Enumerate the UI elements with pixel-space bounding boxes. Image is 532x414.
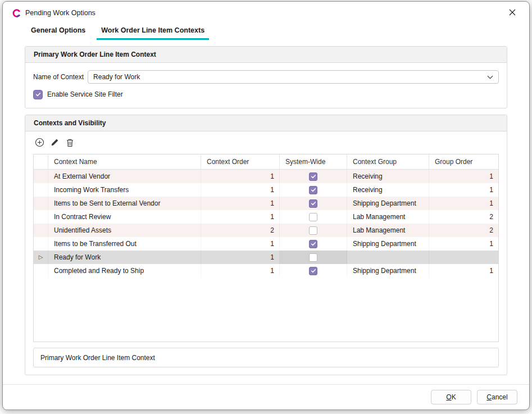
cell-group-order[interactable]: 2 xyxy=(429,224,498,237)
row-selector-cell[interactable] xyxy=(34,264,48,277)
cell-context-name[interactable]: At External Vendor xyxy=(48,170,201,183)
cell-group-order[interactable]: 2 xyxy=(429,210,498,224)
system-wide-checkbox[interactable] xyxy=(309,199,317,208)
table-row[interactable]: ▷Ready for Work1 xyxy=(34,251,498,264)
cell-context-group[interactable] xyxy=(347,251,429,264)
system-wide-checkbox[interactable] xyxy=(309,186,317,194)
system-wide-checkbox[interactable] xyxy=(309,240,317,248)
trash-icon xyxy=(66,138,74,149)
cell-group-order[interactable]: 1 xyxy=(429,170,498,183)
cell-context-name[interactable]: Unidentified Assets xyxy=(48,224,201,237)
cell-context-name[interactable]: Items to be Sent to External Vendor xyxy=(48,197,201,210)
cell-group-order[interactable]: 1 xyxy=(429,237,498,251)
cell-context-name[interactable]: Incoming Work Transfers xyxy=(48,183,201,197)
col-system-wide[interactable]: System-Wide xyxy=(280,154,347,169)
cell-system-wide[interactable] xyxy=(280,170,347,183)
cell-context-order[interactable]: 1 xyxy=(201,183,280,197)
title-bar: Pending Work Options xyxy=(3,2,529,24)
enable-service-site-filter-checkbox[interactable] xyxy=(33,90,43,99)
cell-system-wide[interactable] xyxy=(280,237,347,251)
cell-system-wide[interactable] xyxy=(280,210,347,224)
system-wide-checkbox[interactable] xyxy=(309,213,317,221)
table-row[interactable]: Unidentified Assets2Lab Management2 xyxy=(34,224,498,237)
cell-context-group[interactable]: Receiving xyxy=(347,170,429,183)
app-logo-icon xyxy=(12,9,21,17)
tab-general-options[interactable]: General Options xyxy=(26,26,90,40)
cell-context-name[interactable]: Items to be Transferred Out xyxy=(48,237,201,251)
contexts-table: Context Name Context Order System-Wide C… xyxy=(33,154,499,342)
cell-context-order[interactable]: 1 xyxy=(201,210,280,224)
name-of-context-select[interactable]: Ready for Work xyxy=(88,70,499,84)
row-selector-cell[interactable] xyxy=(34,170,48,183)
cell-context-order[interactable]: 2 xyxy=(201,224,280,237)
window-title: Pending Work Options xyxy=(25,9,96,17)
col-row-selector xyxy=(34,154,48,169)
cell-system-wide[interactable] xyxy=(280,183,347,197)
contexts-visibility-group-header: Contexts and Visibility xyxy=(25,115,507,131)
cell-context-order[interactable]: 1 xyxy=(201,170,280,183)
contexts-table-body: At External Vendor1Receiving1Incoming Wo… xyxy=(34,170,498,342)
dialog-button-row: OK Cancel xyxy=(3,384,529,410)
table-row[interactable]: In Contract Review1Lab Management2 xyxy=(34,210,498,224)
cell-system-wide[interactable] xyxy=(280,251,347,264)
cell-context-group[interactable]: Shipping Department xyxy=(347,197,429,210)
cell-group-order[interactable]: 1 xyxy=(429,197,498,210)
cell-context-group[interactable]: Receiving xyxy=(347,183,429,197)
row-selector-cell[interactable] xyxy=(34,210,48,224)
contexts-visibility-group: Contexts and Visibility xyxy=(25,115,507,375)
system-wide-checkbox[interactable] xyxy=(309,172,317,181)
table-row[interactable]: Completed and Ready to Ship1Shipping Dep… xyxy=(34,264,498,277)
cell-context-name[interactable]: In Contract Review xyxy=(48,210,201,224)
tab-bar: General Options Work Order Line Item Con… xyxy=(3,24,529,40)
table-row[interactable]: At External Vendor1Receiving1 xyxy=(34,170,498,183)
name-of-context-label: Name of Context xyxy=(33,73,84,81)
cell-context-name[interactable]: Completed and Ready to Ship xyxy=(48,264,201,277)
table-row[interactable]: Items to be Sent to External Vendor1Ship… xyxy=(34,197,498,210)
system-wide-checkbox[interactable] xyxy=(309,253,317,262)
row-selector-cell[interactable] xyxy=(34,197,48,210)
name-of-context-value: Ready for Work xyxy=(93,73,487,81)
cell-system-wide[interactable] xyxy=(280,224,347,237)
primary-context-group: Primary Work Order Line Item Context Nam… xyxy=(25,46,507,108)
cell-system-wide[interactable] xyxy=(280,264,347,277)
cell-context-order[interactable]: 1 xyxy=(201,251,280,264)
row-selector-cell[interactable] xyxy=(34,237,48,251)
cell-context-name[interactable]: Ready for Work xyxy=(48,251,201,264)
col-group-order[interactable]: Group Order xyxy=(429,154,498,169)
primary-context-group-header: Primary Work Order Line Item Context xyxy=(25,47,507,63)
ok-button[interactable]: OK xyxy=(431,390,471,404)
col-context-order[interactable]: Context Order xyxy=(201,154,280,169)
row-selector-cell[interactable] xyxy=(34,183,48,197)
col-context-name[interactable]: Context Name xyxy=(48,154,201,169)
edit-context-button[interactable] xyxy=(48,137,61,149)
enable-service-site-filter-label: Enable Service Site Filter xyxy=(47,90,123,98)
enable-service-site-filter-row: Enable Service Site Filter xyxy=(33,88,499,101)
cell-group-order[interactable]: 1 xyxy=(429,264,498,277)
cell-context-group[interactable]: Shipping Department xyxy=(347,237,429,251)
pending-work-options-dialog: Pending Work Options General Options Wor… xyxy=(2,1,530,410)
close-button[interactable] xyxy=(504,6,520,20)
cell-context-order[interactable]: 1 xyxy=(201,237,280,251)
contexts-table-header: Context Name Context Order System-Wide C… xyxy=(34,154,498,170)
cell-system-wide[interactable] xyxy=(280,197,347,210)
delete-context-button[interactable] xyxy=(63,137,76,149)
system-wide-checkbox[interactable] xyxy=(309,267,317,275)
cell-context-order[interactable]: 1 xyxy=(201,197,280,210)
cell-group-order[interactable]: 1 xyxy=(429,183,498,197)
col-context-group[interactable]: Context Group xyxy=(347,154,429,169)
system-wide-checkbox[interactable] xyxy=(309,226,317,235)
cell-context-group[interactable]: Shipping Department xyxy=(347,264,429,277)
cell-context-order[interactable]: 1 xyxy=(201,264,280,277)
cancel-button[interactable]: Cancel xyxy=(477,390,517,404)
tab-work-order-line-item-contexts[interactable]: Work Order Line Item Contexts xyxy=(97,26,209,40)
add-context-button[interactable] xyxy=(33,137,46,149)
row-selector-cell[interactable] xyxy=(34,224,48,237)
chevron-down-icon xyxy=(487,73,493,81)
table-row[interactable]: Items to be Transferred Out1Shipping Dep… xyxy=(34,237,498,251)
cell-group-order[interactable] xyxy=(429,251,498,264)
cell-context-group[interactable]: Lab Management xyxy=(347,224,429,237)
row-selector-cell[interactable]: ▷ xyxy=(34,251,48,264)
selected-row-arrow-icon: ▷ xyxy=(39,254,43,260)
cell-context-group[interactable]: Lab Management xyxy=(347,210,429,224)
table-row[interactable]: Incoming Work Transfers1Receiving1 xyxy=(34,183,498,197)
